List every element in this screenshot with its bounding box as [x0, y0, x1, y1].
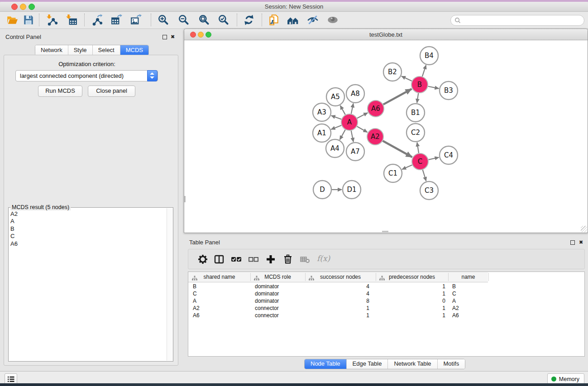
graph-node-C1[interactable]: C1 [384, 164, 402, 182]
graph-node-D1[interactable]: D1 [343, 181, 361, 199]
graph-node-B4[interactable]: B4 [420, 47, 438, 65]
table-cell[interactable]: dominator [255, 283, 300, 290]
table-cell[interactable]: 4 [301, 291, 369, 297]
zoom-out-icon[interactable] [177, 13, 191, 27]
table-cell[interactable]: A2 [452, 305, 493, 311]
graph-node-A5[interactable]: A5 [326, 88, 344, 106]
zoom-fit-icon[interactable] [197, 13, 211, 27]
close-table-panel-icon[interactable]: ✖ [579, 240, 583, 244]
graph-edge-A6-B[interactable] [383, 89, 412, 105]
window-resize-grip[interactable] [581, 226, 587, 232]
close-panel-button[interactable]: Close panel [88, 86, 135, 97]
graph-node-A6[interactable]: A6 [368, 100, 384, 117]
hide-selected-eye-icon[interactable] [306, 13, 320, 27]
table-cell[interactable]: connector [255, 312, 300, 319]
column-header-shared-name[interactable]: shared name [188, 272, 250, 282]
graph-edge-C-C2[interactable] [417, 143, 419, 153]
table-cell[interactable]: 1 [378, 291, 445, 297]
graph-edge-B-B4[interactable] [422, 65, 426, 76]
open-file-icon[interactable] [5, 13, 19, 27]
graph-node-A8[interactable]: A8 [346, 85, 364, 103]
zoom-selected-icon[interactable] [217, 13, 230, 27]
table-cell[interactable]: dominator [255, 291, 300, 297]
table-cell[interactable]: 1 [378, 305, 445, 311]
table-options-gear-icon[interactable] [196, 252, 210, 267]
save-session-icon[interactable] [22, 13, 35, 27]
graph-edge-A-A7[interactable] [351, 131, 354, 142]
import-table-icon[interactable] [65, 13, 78, 27]
graph-node-A4[interactable]: A4 [326, 139, 344, 157]
search-input[interactable] [463, 16, 581, 24]
graph-node-B1[interactable]: B1 [406, 104, 425, 122]
network-canvas[interactable]: B4B2BB3B1A5A8A6A3AA1A2A4A7C2CC4C1C3DD1 [184, 40, 587, 232]
table-cell[interactable]: B [193, 283, 247, 290]
column-header-MCDS-role[interactable]: MCDS role [250, 272, 305, 282]
export-table-icon[interactable] [110, 13, 124, 27]
table-cell[interactable]: C [193, 291, 247, 297]
table-row-B[interactable]: Bdominator41B [188, 283, 578, 290]
table-cell[interactable]: A [452, 298, 493, 304]
tab-select[interactable]: Select [92, 45, 120, 55]
float-table-panel-icon[interactable] [570, 240, 575, 245]
graph-edge-A-A8[interactable] [351, 104, 354, 114]
graph-node-A3[interactable]: A3 [313, 103, 331, 121]
zoom-in-icon[interactable] [157, 13, 170, 27]
column-header-name[interactable]: name [448, 272, 488, 282]
import-network-icon[interactable] [45, 13, 59, 27]
export-network-icon[interactable] [91, 13, 104, 27]
column-header-successor-nodes[interactable]: successor nodes [305, 272, 376, 282]
add-row-icon[interactable] [263, 252, 278, 267]
graph-edge-A-A3[interactable] [331, 115, 341, 119]
table-cell[interactable]: A6 [193, 312, 247, 319]
show-columns-icon[interactable] [212, 252, 226, 267]
table-row-A2[interactable]: A2connector11A2 [188, 305, 578, 312]
graph-node-A7[interactable]: A7 [346, 143, 364, 161]
table-cell[interactable]: 1 [301, 312, 369, 319]
graph-node-A1[interactable]: A1 [313, 124, 331, 142]
export-image-icon[interactable] [129, 13, 143, 27]
tab-network[interactable]: Network [35, 45, 68, 55]
delete-table-icon[interactable] [298, 252, 312, 267]
graph-edge-A-A1[interactable] [331, 125, 341, 129]
table-row-A6[interactable]: A6connector11A6 [188, 312, 578, 319]
select-all-icon[interactable] [229, 252, 244, 267]
deselect-all-icon[interactable] [246, 252, 261, 267]
table-cell[interactable]: connector [255, 305, 300, 311]
table-cell[interactable]: 1 [301, 305, 369, 311]
tab-node-table[interactable]: Node Table [305, 359, 346, 369]
table-cell[interactable]: 1 [378, 283, 445, 290]
column-header-predecessor-nodes[interactable]: predecessor nodes [376, 272, 448, 282]
home-icon[interactable] [286, 13, 300, 27]
table-cell[interactable]: C [452, 291, 493, 297]
graph-edge-B-B2[interactable] [402, 76, 412, 81]
graph-node-C4[interactable]: C4 [440, 146, 458, 164]
tab-edge-table[interactable]: Edge Table [346, 359, 388, 369]
table-cell[interactable]: 4 [301, 283, 369, 290]
run-mcds-button[interactable]: Run MCDS [38, 86, 82, 97]
float-panel-icon[interactable] [163, 35, 167, 39]
graph-node-C[interactable]: C [412, 153, 428, 170]
graph-node-B3[interactable]: B3 [440, 81, 458, 100]
show-eye-icon[interactable] [326, 13, 339, 27]
graph-edge-B-B3[interactable] [428, 86, 439, 89]
graph-edge-A-A4[interactable] [340, 130, 345, 140]
clone-network-icon[interactable] [267, 13, 281, 27]
table-cell[interactable]: 8 [301, 298, 369, 304]
graph-node-C2[interactable]: C2 [406, 124, 425, 142]
graph-node-B[interactable]: B [411, 76, 428, 93]
table-cell[interactable]: A6 [452, 312, 493, 319]
table-cell[interactable]: 0 [378, 298, 445, 304]
close-panel-icon[interactable]: ✖ [171, 34, 175, 39]
graph-edge-A2-C[interactable] [383, 141, 412, 157]
graph-node-C3[interactable]: C3 [420, 181, 438, 200]
table-cell[interactable]: A [193, 298, 247, 304]
graph-node-B2[interactable]: B2 [383, 63, 402, 81]
table-cell[interactable]: dominator [255, 298, 300, 304]
tab-style[interactable]: Style [68, 45, 92, 55]
table-cell[interactable]: A2 [193, 305, 247, 311]
tab-network-table[interactable]: Network Table [387, 359, 437, 369]
tab-mcds[interactable]: MCDS [120, 45, 148, 55]
graph-edge-C-C1[interactable] [402, 165, 412, 170]
graph-node-D[interactable]: D [313, 181, 331, 199]
delete-row-trash-icon[interactable] [281, 252, 295, 267]
